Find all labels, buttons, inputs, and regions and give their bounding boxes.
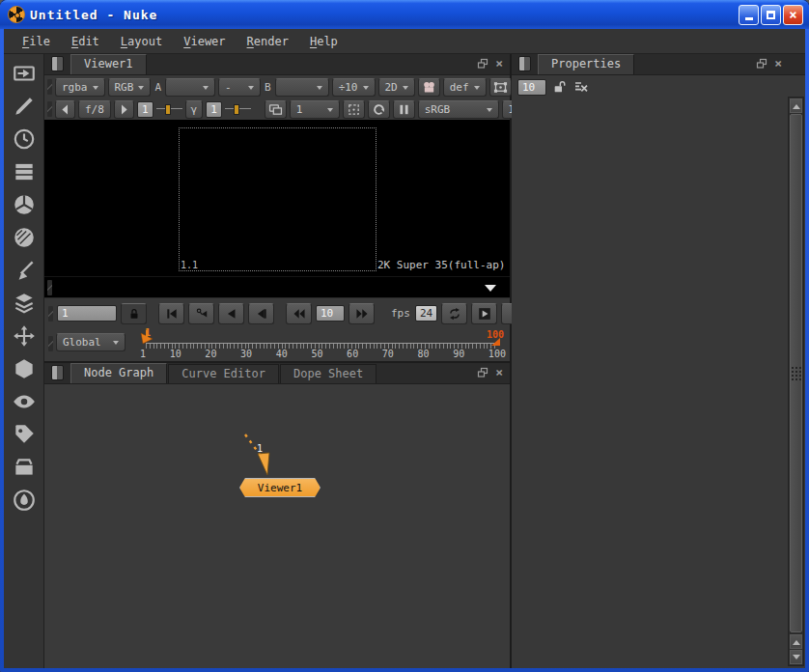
maximize-button[interactable] [761,5,781,25]
viewer1-node[interactable]: Viewer1 [239,478,321,497]
tab-node-graph[interactable]: Node Graph [70,363,167,383]
tab-viewer1[interactable]: Viewer1 [70,54,147,74]
viewer-zoombar[interactable] [44,276,510,297]
menu-item-render[interactable]: Render [237,32,299,51]
menu-item-layout[interactable]: Layout [110,32,173,51]
scrollbar-thumb[interactable] [790,114,802,632]
float-pane-icon[interactable] [756,58,767,70]
step-back-button[interactable] [248,303,274,324]
lut-dropdown[interactable]: def [443,78,487,97]
other-icon[interactable] [12,455,37,480]
current-frame-field[interactable]: 1 [57,305,117,322]
image-icon[interactable] [12,61,37,86]
node-graph-canvas[interactable]: 1 Viewer1 [44,384,510,668]
loop-mode-button[interactable] [441,303,467,324]
menu-item-help[interactable]: Help [299,32,349,51]
viewer-tabbar: Viewer1 × [44,54,510,75]
view-dimension-dropdown[interactable]: 2D [378,78,415,97]
lock-open-icon[interactable] [552,79,568,95]
roi-icon [493,80,508,95]
gain-preset-button[interactable]: f/8 [78,100,111,119]
goto-start-button[interactable] [158,303,184,324]
properties-scrollbar[interactable] [788,97,804,666]
tab-dope-sheet[interactable]: Dope Sheet [280,364,377,383]
layer-dropdown[interactable]: rgba [55,78,105,97]
roi-button[interactable] [489,78,512,97]
views-icon[interactable] [12,389,37,414]
draw-icon[interactable] [12,94,37,119]
b-buffer-dropdown[interactable] [275,78,329,97]
transform-icon[interactable] [12,323,37,349]
furnace-icon[interactable] [12,488,37,513]
minimize-button[interactable] [739,5,759,25]
downrez-dropdown[interactable]: ÷10 [332,78,376,97]
play-backward-button[interactable] [218,303,244,324]
gain-prev-button[interactable] [55,100,75,119]
channel-icon[interactable] [12,159,37,184]
refresh-button[interactable] [368,100,390,119]
jump-forward-button[interactable] [349,303,375,324]
panel-limit-field[interactable]: 10 [517,79,546,96]
lock-range-button[interactable] [121,303,147,324]
display-channels-dropdown[interactable]: RGB [108,78,152,97]
tab-curve-editor[interactable]: Curve Editor [168,364,279,383]
stereo-camera-button[interactable] [418,78,440,97]
time-icon[interactable] [12,126,37,152]
row-drag-grip[interactable] [48,306,53,322]
row-drag-grip[interactable] [47,280,52,295]
colorspace-dropdown[interactable]: sRGB [418,100,499,119]
display-number-dropdown[interactable]: 1 [290,100,340,119]
jump-back-button[interactable] [286,303,312,324]
gamma-slider[interactable] [225,102,251,116]
merge-icon[interactable] [12,291,37,316]
color-icon[interactable] [12,192,37,217]
gain-slider[interactable] [156,102,182,116]
gamma-field[interactable]: 1 [206,101,222,118]
monitor-out-button[interactable] [265,100,287,119]
up-arrow-icon [793,636,800,645]
jump-size-field[interactable]: 10 [316,305,345,322]
tab-properties[interactable]: Properties [538,54,634,74]
threed-icon[interactable] [12,356,37,381]
play-forward-button[interactable] [471,303,497,324]
menu-item-viewer[interactable]: Viewer [173,32,236,51]
timeline-ruler[interactable]: 1102030405060708090100 1 100 [138,330,506,361]
menu-item-file[interactable]: File [12,32,61,51]
a-buffer-dropdown[interactable] [165,78,215,97]
row-drag-grip[interactable] [48,336,53,351]
close-pane-icon[interactable]: × [774,58,782,70]
zoombar-dropdown-icon[interactable] [485,285,496,297]
row-drag-grip[interactable] [47,101,52,117]
close-button[interactable]: × [783,5,803,25]
in-frame-label: 1 [145,327,151,338]
out-frame-marker[interactable] [491,338,500,346]
scroll-up-button[interactable] [790,98,802,113]
filter-icon[interactable] [12,225,37,250]
close-pane-icon[interactable]: × [495,58,503,70]
range-mode-dropdown[interactable]: Global [56,333,126,351]
close-all-panels-icon[interactable] [573,79,589,95]
float-pane-icon[interactable] [477,367,488,378]
pane-menu-button[interactable] [51,56,64,71]
gamma-toggle[interactable]: γ [185,100,204,119]
fps-field[interactable]: 24 [415,305,437,322]
viewer-input-arrow[interactable]: 1 [237,433,280,479]
crop-button[interactable] [343,100,365,119]
scroll-down-button[interactable] [790,650,802,664]
keyer-icon[interactable] [12,258,37,283]
prev-keyframe-button[interactable] [188,303,214,324]
close-pane-icon[interactable]: × [495,367,503,378]
gain-field[interactable]: 1 [137,101,153,118]
pane-menu-button[interactable] [51,365,64,380]
row-drag-grip[interactable] [47,79,52,95]
scroll-up-button-2[interactable] [790,634,802,649]
gain-next-button[interactable] [114,100,134,119]
blend-mode-dropdown[interactable]: - [218,78,261,97]
metadata-icon[interactable] [12,422,37,447]
pane-menu-button[interactable] [518,56,531,71]
titlebar[interactable]: Untitled - Nuke × [0,0,809,29]
pause-button[interactable] [393,100,415,119]
menu-item-edit[interactable]: Edit [61,32,110,51]
float-pane-icon[interactable] [477,58,488,70]
viewer-canvas[interactable]: 1.1 2K Super 35(full-ap) [44,120,510,276]
